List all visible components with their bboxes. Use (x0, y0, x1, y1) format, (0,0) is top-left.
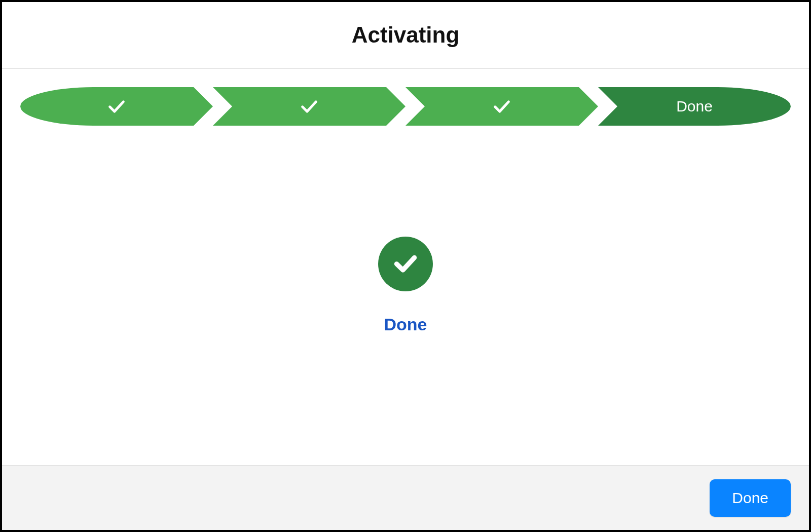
progress-stepper-container: Done (2, 69, 809, 126)
dialog-footer: Done (2, 465, 809, 530)
progress-step-3 (406, 87, 598, 126)
progress-stepper: Done (20, 87, 791, 126)
dialog-title: Activating (352, 22, 460, 48)
check-icon (391, 249, 420, 279)
done-button[interactable]: Done (710, 479, 791, 517)
progress-step-label: Done (676, 98, 713, 115)
check-icon (492, 96, 512, 117)
check-icon (106, 96, 127, 117)
dialog-header: Activating (2, 2, 809, 69)
progress-step-2 (213, 87, 406, 126)
dialog-window: Activating (0, 0, 811, 532)
status-label: Done (384, 315, 427, 334)
progress-step-1 (20, 87, 213, 126)
success-badge (378, 237, 433, 291)
dialog-body: Done (2, 126, 809, 465)
progress-step-4: Done (598, 87, 791, 126)
check-icon (299, 96, 319, 117)
